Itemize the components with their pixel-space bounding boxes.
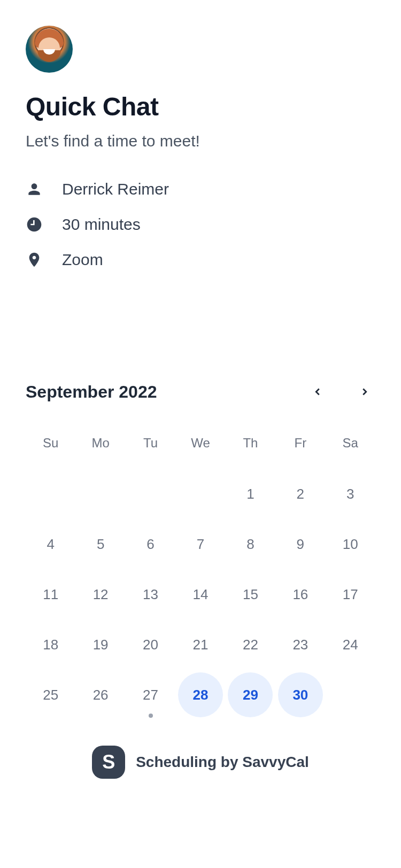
calendar-day-cell[interactable]: 30 [275,670,325,720]
calendar-day-cell: 20 [126,619,175,670]
calendar-day-unavailable: 4 [28,522,73,567]
calendar-day-cell: 17 [326,569,375,619]
footer-text: Scheduling by SavvyCal [136,754,309,771]
calendar-day-unavailable: 24 [328,622,373,667]
calendar-day-cell: 13 [126,569,175,619]
calendar-day-cell: 1 [226,469,275,519]
calendar-day-cell: 16 [275,569,325,619]
clock-icon [26,216,43,233]
host-avatar [26,26,73,73]
calendar-day-unavailable: 23 [278,622,323,667]
day-header: Th [226,428,275,469]
chevron-right-icon [359,386,371,398]
calendar-day-unavailable: 7 [178,522,223,567]
calendar-nav [307,381,375,402]
day-header: We [175,428,225,469]
calendar-day-cell: 4 [26,519,75,569]
calendar-day-cell [75,469,125,519]
calendar: September 2022 SuMoTuWeThFrSa12345678910… [26,381,375,720]
person-icon [26,181,43,198]
duration-text: 30 minutes [62,215,141,234]
calendar-day-cell: 14 [175,569,225,619]
today-indicator [149,714,153,718]
calendar-day-unavailable: 20 [128,622,173,667]
calendar-day-unavailable: 14 [178,572,223,617]
page-title: Quick Chat [26,92,375,121]
calendar-day-cell [26,469,75,519]
calendar-day-cell: 2 [275,469,325,519]
month-label: September 2022 [26,382,157,402]
calendar-day-available[interactable]: 29 [228,672,273,717]
calendar-day-unavailable: 1 [228,471,273,516]
calendar-day-cell: 15 [226,569,275,619]
next-month-button[interactable] [354,381,375,402]
calendar-day-unavailable: 19 [78,622,123,667]
calendar-day-cell [126,469,175,519]
calendar-day-unavailable: 8 [228,522,273,567]
calendar-day-cell: 22 [226,619,275,670]
calendar-day-unavailable: 10 [328,522,373,567]
calendar-day-cell [175,469,225,519]
calendar-day-cell: 5 [75,519,125,569]
calendar-day-unavailable: 21 [178,622,223,667]
day-header: Tu [126,428,175,469]
calendar-day-cell: 7 [175,519,225,569]
calendar-day-cell: 21 [175,619,225,670]
calendar-day-unavailable: 18 [28,622,73,667]
calendar-day-cell: 25 [26,670,75,720]
calendar-day-cell: 9 [275,519,325,569]
calendar-header: September 2022 [26,381,375,402]
calendar-day-unavailable: 22 [228,622,273,667]
location-icon [26,251,43,268]
calendar-day-unavailable: 9 [278,522,323,567]
savvycal-logo-icon: S [92,746,125,779]
calendar-day-unavailable: 3 [328,471,373,516]
calendar-day-unavailable: 11 [28,572,73,617]
calendar-day-unavailable: 13 [128,572,173,617]
calendar-day-unavailable: 27 [128,672,173,717]
day-header: Su [26,428,75,469]
calendar-day-unavailable: 5 [78,522,123,567]
calendar-day-cell: 26 [75,670,125,720]
location-text: Zoom [62,251,103,269]
calendar-day-cell: 24 [326,619,375,670]
chevron-left-icon [312,386,323,398]
calendar-day-unavailable: 2 [278,471,323,516]
calendar-day-cell: 10 [326,519,375,569]
day-header: Sa [326,428,375,469]
calendar-day-unavailable: 15 [228,572,273,617]
day-header: Fr [275,428,325,469]
calendar-day-cell: 27 [126,670,175,720]
prev-month-button[interactable] [307,381,328,402]
calendar-day-available[interactable]: 30 [278,672,323,717]
calendar-day-cell[interactable]: 28 [175,670,225,720]
calendar-day-cell: 19 [75,619,125,670]
calendar-day-cell: 6 [126,519,175,569]
host-detail-row: Derrick Reimer [26,180,375,198]
calendar-day-unavailable: 16 [278,572,323,617]
calendar-day-unavailable: 12 [78,572,123,617]
calendar-day-cell: 18 [26,619,75,670]
calendar-grid: SuMoTuWeThFrSa12345678910111213141516171… [26,428,375,720]
calendar-day-available[interactable]: 28 [178,672,223,717]
calendar-day-cell: 23 [275,619,325,670]
calendar-day-cell: 8 [226,519,275,569]
location-detail-row: Zoom [26,251,375,269]
calendar-day-unavailable: 26 [78,672,123,717]
duration-detail-row: 30 minutes [26,215,375,234]
footer[interactable]: S Scheduling by SavvyCal [26,746,375,779]
day-header: Mo [75,428,125,469]
host-name: Derrick Reimer [62,180,169,198]
calendar-day-cell: 11 [26,569,75,619]
calendar-day-cell: 3 [326,469,375,519]
calendar-day-unavailable: 6 [128,522,173,567]
page-subtitle: Let's find a time to meet! [26,132,375,150]
calendar-day-cell: 12 [75,569,125,619]
calendar-day-unavailable: 25 [28,672,73,717]
calendar-day-cell [326,670,375,720]
calendar-day-unavailable: 17 [328,572,373,617]
calendar-day-cell[interactable]: 29 [226,670,275,720]
